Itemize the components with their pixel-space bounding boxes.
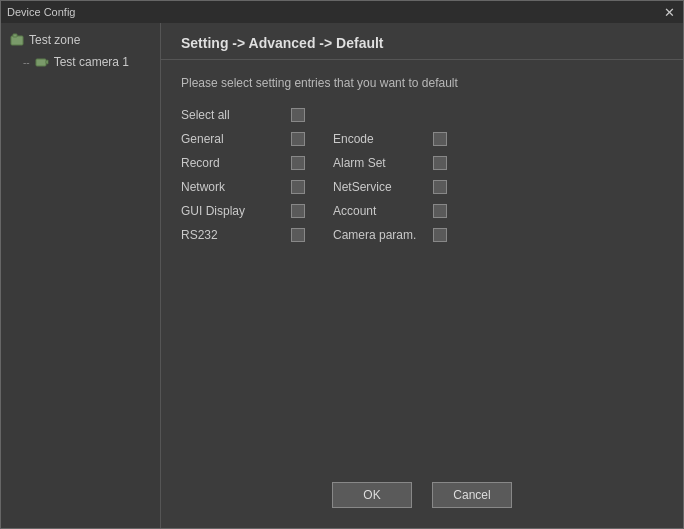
- camera-icon: [34, 54, 50, 70]
- zone-icon: [9, 32, 25, 48]
- account-group: Account: [333, 204, 455, 218]
- row-network-netservice: Network NetService: [181, 180, 663, 194]
- general-checkbox[interactable]: [291, 132, 305, 146]
- row-rs232-cameraparam: RS232 Camera param.: [181, 228, 663, 242]
- encode-checkbox[interactable]: [433, 132, 447, 146]
- netservice-label: NetService: [333, 180, 433, 194]
- guidisplay-label: GUI Display: [181, 204, 291, 218]
- svg-rect-1: [13, 34, 17, 37]
- cameraparam-group: Camera param.: [333, 228, 455, 242]
- sidebar-zone-label: Test zone: [29, 33, 80, 47]
- svg-marker-3: [46, 60, 48, 64]
- sidebar-item-camera[interactable]: -- Test camera 1: [1, 51, 160, 73]
- form-area: Please select setting entries that you w…: [161, 60, 683, 466]
- alarmset-checkbox[interactable]: [433, 156, 447, 170]
- row-record-alarmset: Record Alarm Set: [181, 156, 663, 170]
- sidebar-item-zone[interactable]: Test zone: [1, 29, 160, 51]
- breadcrumb: Setting -> Advanced -> Default: [161, 23, 683, 60]
- button-row: OK Cancel: [161, 466, 683, 528]
- select-all-label: Select all: [181, 108, 291, 122]
- row-general-encode: General Encode: [181, 132, 663, 146]
- row-guidisplay-account: GUI Display Account: [181, 204, 663, 218]
- account-label: Account: [333, 204, 433, 218]
- title-bar: Device Config ✕: [1, 1, 683, 23]
- netservice-group: NetService: [333, 180, 455, 194]
- encode-group: Encode: [333, 132, 455, 146]
- record-checkbox[interactable]: [291, 156, 305, 170]
- rs232-label: RS232: [181, 228, 291, 242]
- alarmset-group: Alarm Set: [333, 156, 455, 170]
- ok-button[interactable]: OK: [332, 482, 412, 508]
- account-checkbox[interactable]: [433, 204, 447, 218]
- alarmset-label: Alarm Set: [333, 156, 433, 170]
- cameraparam-label: Camera param.: [333, 228, 433, 242]
- sidebar-camera-label: Test camera 1: [54, 55, 129, 69]
- select-all-row: Select all: [181, 108, 663, 122]
- network-label: Network: [181, 180, 291, 194]
- tree-dashes: --: [23, 57, 30, 68]
- cancel-button[interactable]: Cancel: [432, 482, 512, 508]
- encode-label: Encode: [333, 132, 433, 146]
- close-button[interactable]: ✕: [662, 5, 677, 20]
- cameraparam-checkbox[interactable]: [433, 228, 447, 242]
- record-label: Record: [181, 156, 291, 170]
- network-checkbox[interactable]: [291, 180, 305, 194]
- svg-rect-2: [36, 59, 46, 66]
- main-panel: Setting -> Advanced -> Default Please se…: [161, 23, 683, 528]
- sidebar: Test zone -- Test camera 1: [1, 23, 161, 528]
- netservice-checkbox[interactable]: [433, 180, 447, 194]
- content-area: Test zone -- Test camera 1 Setting -> Ad…: [1, 23, 683, 528]
- guidisplay-checkbox[interactable]: [291, 204, 305, 218]
- rs232-checkbox[interactable]: [291, 228, 305, 242]
- description-text: Please select setting entries that you w…: [181, 76, 663, 90]
- device-config-window: Device Config ✕ Test zone --: [0, 0, 684, 529]
- general-label: General: [181, 132, 291, 146]
- select-all-checkbox[interactable]: [291, 108, 305, 122]
- window-title: Device Config: [7, 6, 75, 18]
